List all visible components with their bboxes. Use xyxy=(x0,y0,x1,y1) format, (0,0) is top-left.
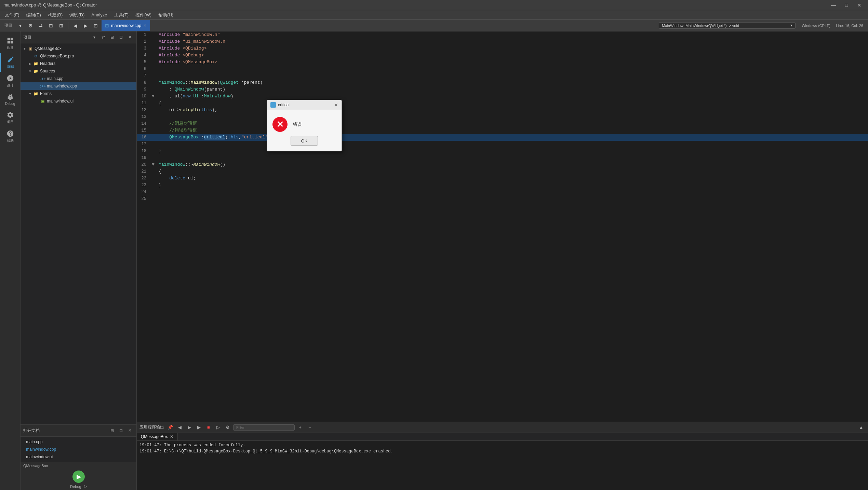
main-toggle xyxy=(34,76,40,81)
svg-rect-2 xyxy=(7,41,10,43)
project-header-buttons: ▾ ⇄ ⊟ ⊡ ✕ xyxy=(91,33,134,41)
sidebar-item-debug[interactable]: Debug xyxy=(0,91,20,108)
line-num-10: 10 xyxy=(137,93,150,100)
line-content-22: delete ui; xyxy=(156,175,868,182)
menu-debug[interactable]: 调试(D) xyxy=(66,11,88,19)
sidebar-item-help[interactable]: 帮助 xyxy=(0,127,20,146)
line-num-1: 1 xyxy=(137,31,150,38)
close-button[interactable]: ✕ xyxy=(854,2,865,9)
tree-mainwindow-cpp[interactable]: c++ mainwindow.cpp xyxy=(21,82,136,90)
menu-widgets[interactable]: 控件(W) xyxy=(132,11,155,19)
output-minus-btn[interactable]: − xyxy=(306,423,314,432)
tab-close-btn[interactable]: ✕ xyxy=(143,23,147,28)
line-content-5: #include <QMessageBox> xyxy=(156,59,868,66)
output-debug-run-btn[interactable]: ▷ xyxy=(214,423,222,432)
menu-build[interactable]: 构建(B) xyxy=(44,11,66,19)
filter-btn[interactable]: ⚙ xyxy=(26,21,35,30)
expand-btn[interactable]: ⊞ xyxy=(57,21,66,30)
collapse-btn[interactable]: ⊟ xyxy=(46,21,55,30)
menu-edit[interactable]: 编辑(E) xyxy=(23,11,44,19)
sidebar-help-label: 帮助 xyxy=(7,138,14,143)
output-pin-btn[interactable]: 📌 xyxy=(166,423,174,432)
sidebar-item-project[interactable]: 项目 xyxy=(0,108,20,127)
output-filter-input[interactable] xyxy=(233,424,295,431)
project-sync-btn[interactable]: ⇄ xyxy=(99,33,107,41)
nav-history-btn[interactable]: ⊡ xyxy=(91,21,100,30)
output-collapse-btn[interactable]: ▲ xyxy=(857,423,865,432)
cpp-icon-main: c++ xyxy=(40,76,46,81)
sidebar-item-welcome[interactable]: 欢迎 xyxy=(0,34,20,53)
output-panel: 应用程序输出 📌 ◀ ▶ ▶ ■ ▷ ⚙ + − ▲ QMessageBox xyxy=(137,422,868,490)
project-expand-btn[interactable]: ⊟ xyxy=(108,33,116,41)
open-docs-buttons: ⊟ ⊡ ✕ xyxy=(108,427,134,434)
include-kw: #include xyxy=(159,32,180,37)
headers-toggle[interactable]: ▶ xyxy=(27,61,33,66)
nav-forward-btn[interactable]: ▶ xyxy=(81,21,90,30)
line-num-19: 19 xyxy=(137,154,150,161)
docs-close-btn[interactable]: ✕ xyxy=(126,427,134,434)
project-float-btn[interactable]: ⊡ xyxy=(117,33,125,41)
tree-root-node[interactable]: ▼ ▣ QMessageBox xyxy=(21,45,136,52)
dialog-ok-button[interactable]: OK xyxy=(291,136,318,146)
sidebar-project-label: 项目 xyxy=(7,120,14,124)
nav-back-btn[interactable]: ◀ xyxy=(71,21,80,30)
sources-toggle[interactable]: ▼ xyxy=(27,68,33,74)
svg-rect-3 xyxy=(10,41,13,43)
menu-help[interactable]: 帮助(H) xyxy=(155,11,177,19)
maximize-button[interactable]: □ xyxy=(841,2,852,9)
output-run-btn[interactable]: ▶ xyxy=(195,423,203,432)
project-close-btn[interactable]: ✕ xyxy=(126,33,134,41)
project-filter-btn[interactable]: ▾ xyxy=(91,33,98,41)
tree-headers-folder[interactable]: ▶ 📁 Headers xyxy=(21,60,136,67)
tree-sources-folder[interactable]: ▼ 📁 Sources xyxy=(21,67,136,75)
menu-tools[interactable]: 工具(T) xyxy=(111,11,132,19)
editor-tab[interactable]: ⊞ mainwindow.cpp ✕ xyxy=(102,20,150,31)
tree-pro-file[interactable]: ⚙ QMessageBox.pro xyxy=(21,52,136,60)
tree-main-cpp[interactable]: c++ main.cpp xyxy=(21,75,136,82)
forms-toggle[interactable]: ▼ xyxy=(27,91,33,96)
sidebar-debug-label: Debug xyxy=(5,102,15,106)
code-line-23: 23 } xyxy=(137,182,868,189)
pro-label: QMessageBox.pro xyxy=(40,54,74,58)
output-add-btn[interactable]: + xyxy=(296,423,304,432)
tree-mainwindow-ui[interactable]: ▣ mainwindow.ui xyxy=(21,97,136,105)
output-settings-btn[interactable]: ⚙ xyxy=(224,423,232,432)
docs-float-btn[interactable]: ⊡ xyxy=(117,427,125,434)
run-button[interactable]: ▶ xyxy=(72,471,85,483)
output-panel-label: 应用程序输出 xyxy=(139,424,164,430)
run-button-area: ▶ xyxy=(23,471,134,483)
menu-analyze[interactable]: Analyze xyxy=(88,11,110,19)
project-selector-btn[interactable]: ▾ xyxy=(16,21,25,30)
minimize-button[interactable]: — xyxy=(828,2,839,9)
doc-mainwindow-cpp[interactable]: mainwindow.cpp xyxy=(21,446,136,453)
output-stop-btn[interactable]: ■ xyxy=(204,423,213,432)
doc-mainwindow-ui[interactable]: mainwindow.ui xyxy=(21,453,136,461)
tab-bar: ⊞ mainwindow.cpp ✕ MainWindow::MainWindo… xyxy=(102,20,866,31)
root-toggle[interactable]: ▼ xyxy=(22,46,27,51)
line-num-13: 13 xyxy=(137,113,150,120)
dialog-close-button[interactable]: ✕ xyxy=(334,102,338,108)
line-num-2: 2 xyxy=(137,38,150,45)
output-prev-btn[interactable]: ◀ xyxy=(176,423,184,432)
output-tab-close[interactable]: ✕ xyxy=(170,434,173,439)
tree-forms-folder[interactable]: ▼ 📁 Forms xyxy=(21,90,136,97)
open-docs-panel: 打开文档 ⊟ ⊡ ✕ main.cpp mainwindow.cpp mainw… xyxy=(21,424,136,462)
line-content-19 xyxy=(156,154,868,161)
error-x-symbol: ✕ xyxy=(276,119,284,130)
sidebar-item-design[interactable]: 设计 xyxy=(0,72,20,91)
output-tabs: QMessageBox ✕ xyxy=(137,433,868,441)
line-content-9: : QMainWindow(parent) xyxy=(156,86,868,93)
line-num-21: 21 xyxy=(137,168,150,175)
docs-expand-btn[interactable]: ⊟ xyxy=(108,427,116,434)
output-next-btn[interactable]: ▶ xyxy=(185,423,193,432)
code-line-17: 17 xyxy=(137,141,868,148)
line-content-12: ui->setupUi(this); xyxy=(156,107,868,113)
function-selector[interactable]: MainWindow::MainWindow(QWidget *) -> voi… xyxy=(659,22,796,29)
sidebar-item-edit[interactable]: 编辑 xyxy=(0,53,20,72)
sync-btn[interactable]: ⇄ xyxy=(36,21,45,30)
output-tab-qmessagebox[interactable]: QMessageBox ✕ xyxy=(137,433,178,440)
line-arrow-20: ▼ xyxy=(150,161,156,168)
code-editor[interactable]: 1 #include "mainwindow.h" 2 #include "ui… xyxy=(137,31,868,422)
doc-main-cpp[interactable]: main.cpp xyxy=(21,438,136,446)
menu-file[interactable]: 文件(F) xyxy=(1,11,23,19)
